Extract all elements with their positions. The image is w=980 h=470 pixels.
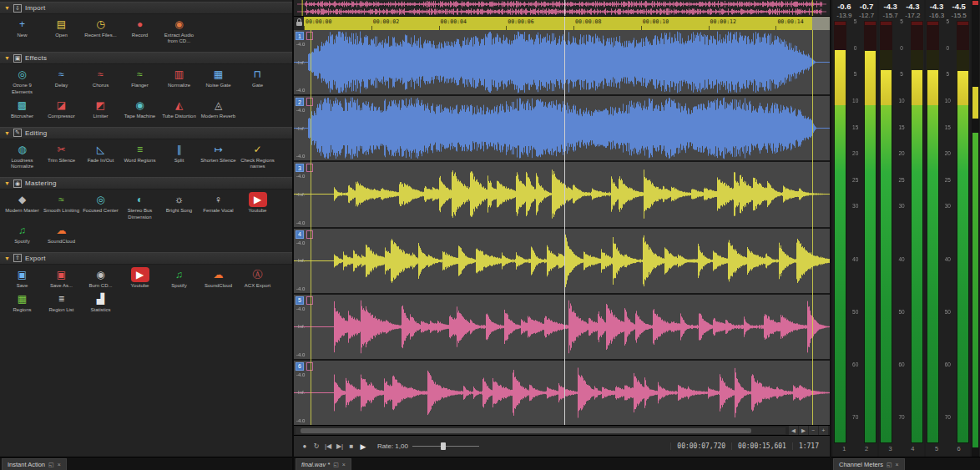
clip-led[interactable] xyxy=(835,22,846,25)
action-tile-tube-distortion[interactable]: ◭Tube Distortion xyxy=(159,98,199,119)
loop-button[interactable]: ↻ xyxy=(311,442,322,450)
rate-slider-thumb[interactable] xyxy=(441,442,446,450)
section-header-editing[interactable]: ▼✎Editing xyxy=(0,127,292,139)
action-tile-record[interactable]: ●Record xyxy=(120,17,159,38)
clip-led[interactable] xyxy=(865,22,876,25)
scrollbar-thumb[interactable] xyxy=(301,428,751,433)
clip-led[interactable] xyxy=(881,22,892,25)
action-tile-bright-song[interactable]: ☼Bright Song xyxy=(159,192,199,214)
action-tile-recent-files[interactable]: ◷Recent Files... xyxy=(81,17,120,38)
scroll-right-button[interactable]: ▶ xyxy=(799,426,808,435)
action-tile-noise-gate[interactable]: ▦Noise Gate xyxy=(199,67,238,88)
channel-number-badge[interactable]: 4 xyxy=(296,230,304,239)
float-icon[interactable]: ◱ xyxy=(48,462,54,468)
action-tile-youtube[interactable]: ▶Youtube xyxy=(120,267,159,289)
zoom-out-button[interactable]: − xyxy=(809,426,818,435)
action-tile-acx-export[interactable]: ⒶACX Export xyxy=(238,267,277,289)
action-tile-word-regions[interactable]: ≡Word Regions xyxy=(120,142,159,164)
action-tile-fade-in-out[interactable]: ◺Fade In/Out xyxy=(81,142,120,164)
action-tile-limiter[interactable]: ◩Limiter xyxy=(81,98,120,119)
scroll-left-button[interactable]: ◀ xyxy=(789,426,798,435)
action-tile-new[interactable]: +New xyxy=(3,17,42,38)
close-icon[interactable]: × xyxy=(342,462,346,467)
channel-number-badge[interactable]: 5 xyxy=(296,296,304,305)
action-tile-burn-cd[interactable]: ◉Burn CD... xyxy=(81,267,120,289)
go-to-end-button[interactable]: ▶| xyxy=(334,442,346,450)
action-tile-smooth-limiting[interactable]: ≈Smooth Limiting xyxy=(42,192,81,214)
section-header-mastering[interactable]: ▼◉Mastering xyxy=(0,177,292,190)
go-to-start-button[interactable]: |◀ xyxy=(322,442,334,450)
action-tile-soundcloud[interactable]: ☁SoundCloud xyxy=(42,223,81,245)
channel-2[interactable]: 2-4.0-Inf.-4.0 xyxy=(294,96,830,160)
scale-label: 20 xyxy=(939,150,957,156)
record-button[interactable]: ● xyxy=(299,442,311,450)
action-tile-save[interactable]: ▣Save xyxy=(3,267,42,289)
action-tile-stereo-bus-dimension[interactable]: ◐Stereo Bus Dimension xyxy=(120,192,159,220)
action-tile-region-list[interactable]: ≡Region List xyxy=(42,291,81,313)
action-tile-split[interactable]: ∥Split xyxy=(159,142,199,164)
play-button[interactable]: ▶ xyxy=(357,442,369,451)
channel-number-badge[interactable]: 2 xyxy=(296,98,304,106)
zoom-in-button[interactable]: + xyxy=(819,426,828,435)
channel-5[interactable]: 5-4.0-Inf.-4.0 xyxy=(294,295,830,359)
scrollbar-track[interactable] xyxy=(296,427,786,434)
level-yellow xyxy=(835,50,846,105)
playhead-cursor[interactable] xyxy=(564,17,565,425)
action-tile-flanger[interactable]: ≈Flanger xyxy=(120,67,159,88)
action-tile-loudness-normalize[interactable]: ◍Loudness Normalize xyxy=(3,142,42,169)
action-tile-normalize[interactable]: ▥Normalize xyxy=(159,67,199,88)
action-tile-check-regions-names[interactable]: ✓Check Regions names xyxy=(238,142,277,169)
action-tile-ozone-9-elements[interactable]: ◎Ozone 9 Elements xyxy=(3,67,42,94)
action-tile-save-as[interactable]: ▣Save As... xyxy=(42,267,81,289)
action-tile-tape-machine[interactable]: ◉Tape Machine xyxy=(120,98,159,119)
action-tile-regions[interactable]: ▦Regions xyxy=(3,291,42,313)
close-icon[interactable]: × xyxy=(58,462,61,467)
channel-3[interactable]: 3-4.0-Inf.-4.0 xyxy=(294,162,830,226)
action-tile-modern-reverb[interactable]: ◬Modern Reverb xyxy=(199,98,238,119)
action-tile-youtube[interactable]: ▶Youtube xyxy=(238,192,277,214)
overview-strip[interactable] xyxy=(294,0,830,17)
float-icon[interactable]: ◱ xyxy=(887,462,892,468)
close-icon[interactable]: × xyxy=(896,462,899,467)
channel-1[interactable]: 1-4.0-Inf.-4.0 xyxy=(294,30,830,94)
action-tile-focused-center[interactable]: ◎Focused Center xyxy=(81,192,120,214)
action-tile-trim-silence[interactable]: ✂Trim Silence xyxy=(42,142,81,164)
channel-number-badge[interactable]: 3 xyxy=(296,164,304,172)
timeline-ruler[interactable]: 00:00:0000:00:0200:00:0400:00:0600:00:08… xyxy=(304,17,830,30)
stop-button[interactable]: ■ xyxy=(346,442,357,450)
channel-6[interactable]: 6-4.0-Inf.-4.0 xyxy=(294,361,830,425)
action-tile-spotify[interactable]: ♫Spotify xyxy=(3,223,42,245)
tab-channel-meters[interactable]: Channel Meters ◱ × xyxy=(833,458,905,470)
action-tile-female-vocal[interactable]: ♀Female Vocal xyxy=(199,192,238,214)
action-tile-shorten-silence[interactable]: ↦Shorten Silence xyxy=(199,142,238,164)
channel-number-badge[interactable]: 1 xyxy=(296,32,304,40)
float-icon[interactable]: ◱ xyxy=(333,462,339,468)
lock-icon[interactable] xyxy=(296,22,302,26)
clip-led[interactable] xyxy=(912,22,922,25)
action-tile-delay[interactable]: ≈Delay xyxy=(42,67,81,88)
action-tile-chorus[interactable]: ≈Chorus xyxy=(81,67,120,88)
action-tile-soundcloud[interactable]: ☁SoundCloud xyxy=(199,267,238,289)
channel-number-badge[interactable]: 6 xyxy=(296,362,304,371)
action-tile-bitcrusher[interactable]: ▩Bitcrusher xyxy=(3,98,42,119)
action-tile-open[interactable]: ▤Open xyxy=(42,17,81,38)
rate-slider[interactable] xyxy=(412,442,479,450)
action-tile-modern-master[interactable]: ◆Modern Master xyxy=(3,192,42,214)
channel-4[interactable]: 4-4.0-Inf.-4.0 xyxy=(294,229,830,293)
section-header-effects[interactable]: ▼▣Effects xyxy=(0,52,292,64)
clip-led[interactable] xyxy=(957,22,968,25)
tab-instant-action[interactable]: Instant Action ◱ × xyxy=(2,458,67,470)
waveform-canvas-2 xyxy=(294,96,830,160)
section-header-export[interactable]: ▼⇧Export xyxy=(0,252,292,265)
clip-led[interactable] xyxy=(927,22,938,25)
action-tile-gate[interactable]: ⊓Gate xyxy=(238,67,277,88)
action-tile-spotify[interactable]: ♫Spotify xyxy=(159,267,199,289)
chevron-down-icon: ▼ xyxy=(4,55,10,61)
tab-final-wav[interactable]: final.wav * ◱ × xyxy=(296,458,351,470)
action-label: Youtube xyxy=(120,283,159,289)
section-header-import[interactable]: ▼⇩Import xyxy=(0,2,292,14)
level-yellow xyxy=(865,51,876,105)
action-tile-compressor[interactable]: ◪Compressor xyxy=(42,98,81,119)
action-tile-extract-audio-from-cd[interactable]: ◉Extract Audio from CD... xyxy=(159,17,199,44)
action-tile-statistics[interactable]: ▟Statistics xyxy=(81,291,120,313)
